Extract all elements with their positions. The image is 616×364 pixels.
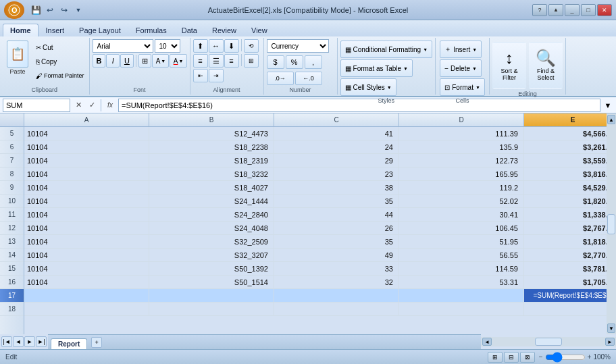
grid-cell[interactable]: 10104 bbox=[24, 249, 149, 261]
grid-cell[interactable]: 23 bbox=[274, 167, 399, 180]
zoom-out-btn[interactable]: − bbox=[539, 353, 543, 361]
col-header-c[interactable]: C bbox=[274, 113, 399, 126]
row-num-15[interactable]: 15 bbox=[0, 262, 24, 276]
normal-view-btn[interactable]: ⊞ bbox=[488, 352, 503, 363]
tab-pagelayout[interactable]: Page Layout bbox=[72, 24, 128, 36]
grid-cell[interactable]: S24_4048 bbox=[149, 222, 274, 234]
row-num-17[interactable]: 17 bbox=[0, 289, 24, 303]
row-num-16[interactable]: 16 bbox=[0, 276, 24, 289]
grid-cell[interactable]: 56.55 bbox=[399, 249, 524, 261]
grid-cell[interactable]: $3,781.47 bbox=[524, 262, 607, 275]
sort-filter-button[interactable]: ↕ Sort & Filter bbox=[492, 42, 526, 89]
page-layout-view-btn[interactable]: ⊟ bbox=[504, 352, 519, 363]
increase-decimal-btn[interactable]: ←.0 bbox=[295, 72, 322, 85]
ribbon-collapse-btn[interactable]: ▲ bbox=[548, 4, 563, 16]
grid-cell[interactable]: 10104 bbox=[24, 140, 149, 153]
grid-cell[interactable]: S24_1444 bbox=[149, 194, 274, 207]
underline-button[interactable]: U bbox=[120, 54, 134, 68]
grid-cell[interactable]: 35 bbox=[274, 235, 399, 248]
row-num-11[interactable]: 11 bbox=[0, 208, 24, 222]
zoom-in-btn[interactable]: + bbox=[588, 353, 592, 361]
delete-button[interactable]: − Delete ▼ bbox=[440, 59, 482, 77]
grid-cell[interactable] bbox=[524, 303, 607, 315]
scroll-down-btn[interactable]: ▼ bbox=[607, 323, 615, 333]
format-button[interactable]: ⊡ Format ▼ bbox=[440, 78, 485, 96]
grid-cell[interactable]: 10104 bbox=[24, 154, 149, 167]
paste-button[interactable]: 📋 Paste bbox=[3, 39, 32, 76]
grid-cell[interactable]: 30.41 bbox=[399, 208, 524, 221]
grid-cell[interactable]: S18_2319 bbox=[149, 154, 274, 167]
grid-cell[interactable]: $3,816.85 bbox=[524, 167, 607, 180]
grid-cell[interactable]: 41 bbox=[274, 127, 399, 140]
grid-cell[interactable]: 10104 bbox=[24, 235, 149, 248]
grid-cell[interactable]: =SUM(Report!$E$4:$E$16) bbox=[524, 289, 607, 302]
font-color-button[interactable]: A ▼ bbox=[170, 54, 186, 68]
font-family-select[interactable]: Arial bbox=[93, 39, 153, 53]
grid-cell[interactable]: $4,566.99 bbox=[524, 127, 607, 140]
grid-cell[interactable]: S12_4473 bbox=[149, 127, 274, 140]
maximize-button[interactable]: □ bbox=[581, 4, 596, 16]
redo-quick-btn[interactable]: ↪ bbox=[58, 4, 70, 16]
tab-insert[interactable]: Insert bbox=[38, 24, 72, 36]
formula-expand-button[interactable]: ▼ bbox=[602, 101, 613, 109]
grid-cell[interactable]: 52.02 bbox=[399, 194, 524, 207]
grid-cell[interactable]: 44 bbox=[274, 208, 399, 221]
cell-styles-button[interactable]: ▦ Cell Styles ▼ bbox=[340, 78, 396, 96]
grid-cell[interactable]: 135.9 bbox=[399, 140, 524, 153]
grid-cell[interactable]: S18_4027 bbox=[149, 181, 274, 194]
decrease-decimal-btn[interactable]: .0→ bbox=[267, 72, 294, 85]
grid-cell[interactable]: 10104 bbox=[24, 208, 149, 221]
grid-cell[interactable]: 114.59 bbox=[399, 262, 524, 275]
grid-cell[interactable]: 10104 bbox=[24, 181, 149, 194]
grid-cell[interactable] bbox=[149, 303, 274, 315]
comma-btn[interactable]: , bbox=[305, 55, 322, 69]
scroll-left-btn[interactable]: ◄ bbox=[482, 338, 492, 346]
insert-button[interactable]: ＋ Insert ▼ bbox=[440, 41, 482, 58]
grid-cell[interactable]: 10104 bbox=[24, 167, 149, 180]
sheet-tab-report[interactable]: Report bbox=[51, 338, 87, 349]
grid-cell[interactable] bbox=[24, 289, 149, 302]
grid-cell[interactable]: $3,559.17 bbox=[524, 154, 607, 167]
grid-cell[interactable]: S50_1514 bbox=[149, 276, 274, 288]
add-sheet-btn[interactable]: + bbox=[91, 337, 102, 348]
merge-button[interactable]: ⊞ bbox=[244, 54, 259, 68]
row-num-10[interactable]: 10 bbox=[0, 194, 24, 208]
page-break-view-btn[interactable]: ⊠ bbox=[520, 352, 535, 363]
grid-cell[interactable]: $1,818.25 bbox=[524, 235, 607, 248]
grid-cell[interactable]: 33 bbox=[274, 262, 399, 275]
percent-btn[interactable]: % bbox=[286, 55, 303, 69]
horizontal-scrollbar[interactable]: ◄ ► bbox=[481, 337, 616, 346]
grid-cell[interactable]: 111.39 bbox=[399, 127, 524, 140]
fill-color-button[interactable]: A ▼ bbox=[152, 54, 169, 68]
customize-qa-btn[interactable]: ▼ bbox=[72, 4, 84, 16]
grid-cell[interactable]: S32_2509 bbox=[149, 235, 274, 248]
align-right-button[interactable]: ≡ bbox=[224, 54, 239, 68]
scroll-thumb-h[interactable] bbox=[535, 338, 562, 346]
scroll-thumb-v[interactable] bbox=[607, 214, 615, 234]
next-sheet-btn[interactable]: ► bbox=[24, 336, 35, 347]
col-header-b[interactable]: B bbox=[149, 113, 274, 126]
tab-formulas[interactable]: Formulas bbox=[128, 24, 174, 36]
name-box[interactable]: SUM bbox=[3, 99, 70, 112]
grid-cell[interactable]: $1,820.70 bbox=[524, 194, 607, 207]
grid-cell[interactable]: 106.45 bbox=[399, 222, 524, 234]
align-left-button[interactable]: ≡ bbox=[193, 54, 208, 68]
grid-cell[interactable] bbox=[274, 289, 399, 302]
tab-home[interactable]: Home bbox=[3, 24, 38, 36]
scroll-up-btn[interactable]: ▲ bbox=[607, 115, 615, 124]
indent-decrease-button[interactable]: ⇤ bbox=[193, 69, 208, 82]
tab-view[interactable]: View bbox=[244, 24, 275, 36]
accept-formula-button[interactable]: ✓ bbox=[86, 99, 98, 111]
align-middle-button[interactable]: ↔ bbox=[209, 39, 224, 53]
align-bottom-button[interactable]: ⬇ bbox=[224, 39, 239, 53]
find-select-button[interactable]: 🔍 Find & Select bbox=[529, 42, 563, 89]
format-painter-button[interactable]: 🖌 Format Painter bbox=[34, 69, 86, 82]
wrap-text-button[interactable]: ⟲ bbox=[244, 39, 259, 53]
currency-btn[interactable]: $ bbox=[267, 55, 284, 69]
grid-cell[interactable] bbox=[399, 289, 524, 302]
grid-cell[interactable]: 165.95 bbox=[399, 167, 524, 180]
grid-cell[interactable]: 10104 bbox=[24, 222, 149, 234]
grid-cell[interactable]: $2,767.70 bbox=[524, 222, 607, 234]
row-num-12[interactable]: 12 bbox=[0, 222, 24, 235]
italic-button[interactable]: I bbox=[106, 54, 120, 68]
